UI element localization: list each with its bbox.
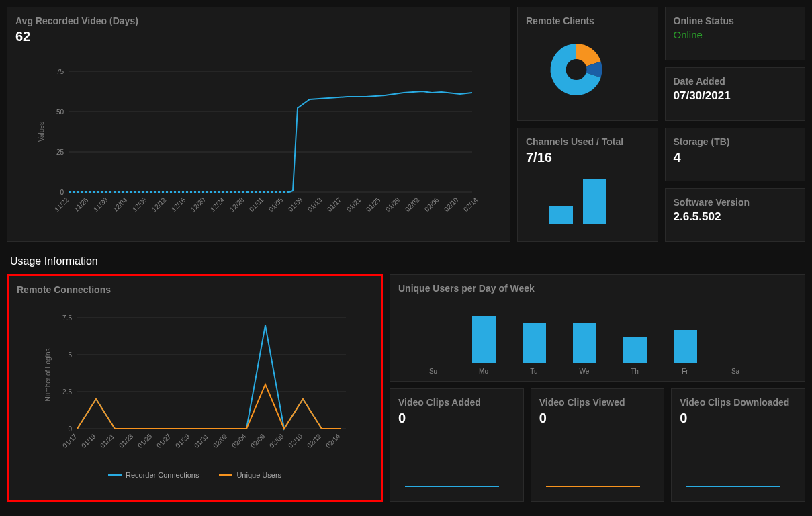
usage-section-title: Usage Information — [10, 255, 805, 267]
svg-text:02/04: 02/04 — [230, 432, 248, 449]
svg-text:02/02: 02/02 — [404, 196, 421, 213]
svg-text:01/25: 01/25 — [365, 196, 382, 213]
svg-text:Sa: Sa — [731, 368, 740, 375]
svg-text:02/08: 02/08 — [268, 432, 285, 449]
clips-viewed-spark — [539, 426, 647, 493]
svg-text:Th: Th — [631, 368, 639, 375]
svg-text:11/30: 11/30 — [92, 196, 109, 213]
svg-text:12/20: 12/20 — [189, 196, 207, 213]
avg-recorded-chart: 0 25 50 75 Values 11/22 11/26 11/30 12/0… — [15, 44, 499, 226]
svg-text:12/16: 12/16 — [170, 196, 187, 213]
svg-rect-62 — [674, 330, 697, 363]
svg-text:01/29: 01/29 — [384, 196, 402, 213]
svg-text:02/14: 02/14 — [462, 196, 480, 213]
card-title: Remote Connections — [17, 284, 373, 295]
card-value: 0 — [539, 411, 656, 426]
svg-text:7.5: 7.5 — [62, 314, 72, 322]
svg-rect-33 — [583, 179, 606, 224]
unique-users-dow-card: Unique Users per Day of Week Su Mo Tu We… — [390, 274, 805, 382]
card-title: Video Clips Added — [398, 397, 515, 408]
svg-text:01/21: 01/21 — [99, 432, 116, 449]
remote-connections-chart: 0 2.5 5 7.5 Number of Logins 01/17 01/19… — [17, 298, 373, 466]
svg-text:01/29: 01/29 — [174, 432, 191, 449]
card-value: 62 — [15, 29, 502, 44]
card-value: 0 — [398, 411, 515, 426]
svg-text:01/13: 01/13 — [306, 196, 324, 213]
svg-text:12/28: 12/28 — [228, 196, 246, 213]
svg-text:02/12: 02/12 — [306, 432, 323, 449]
svg-text:02/14: 02/14 — [324, 432, 342, 449]
clips-viewed-card: Video Clips Viewed 0 — [531, 388, 665, 502]
svg-text:01/25: 01/25 — [136, 432, 154, 449]
svg-text:75: 75 — [56, 68, 64, 75]
card-title: Unique Users per Day of Week — [398, 283, 797, 294]
card-value: 4 — [674, 150, 797, 165]
card-value: 07/30/2021 — [674, 89, 797, 103]
svg-text:01/01: 01/01 — [248, 196, 265, 213]
svg-text:01/17: 01/17 — [61, 432, 79, 449]
svg-rect-59 — [523, 323, 546, 363]
card-title: Channels Used / Total — [526, 136, 649, 147]
svg-rect-32 — [549, 206, 573, 224]
card-value: 7/16 — [526, 150, 649, 165]
svg-text:Number of Logins: Number of Logins — [44, 349, 52, 402]
status-value: Online — [674, 29, 797, 40]
card-title: Date Added — [674, 76, 797, 87]
channels-card: Channels Used / Total 7/16 — [517, 128, 658, 242]
card-title: Video Clips Downloaded — [680, 397, 797, 408]
card-value: 2.6.5.502 — [674, 210, 797, 224]
svg-text:0: 0 — [60, 189, 64, 196]
svg-text:Fr: Fr — [682, 368, 688, 375]
storage-card: Storage (TB) 4 — [665, 128, 806, 181]
svg-text:01/27: 01/27 — [155, 432, 173, 449]
svg-text:01/05: 01/05 — [267, 196, 285, 213]
svg-text:Values: Values — [38, 122, 45, 142]
svg-text:01/23: 01/23 — [118, 432, 135, 449]
legend-unique-users: Unique Users — [219, 471, 281, 479]
svg-text:11/26: 11/26 — [73, 196, 90, 213]
online-status-card: Online Status Online — [665, 7, 806, 60]
svg-text:Su: Su — [429, 368, 437, 375]
svg-text:5: 5 — [68, 351, 72, 359]
svg-point-31 — [566, 59, 587, 80]
svg-text:50: 50 — [56, 108, 64, 116]
legend-swatch-blue — [108, 474, 122, 476]
svg-text:25: 25 — [56, 148, 64, 156]
avg-recorded-video-card: Avg Recorded Video (Days) 62 0 25 50 75 … — [7, 7, 510, 242]
card-title: Software Version — [674, 197, 797, 208]
svg-text:12/12: 12/12 — [150, 196, 168, 213]
svg-text:12/08: 12/08 — [131, 196, 148, 213]
card-value: 0 — [680, 411, 797, 426]
remote-clients-pie — [526, 29, 627, 103]
card-title: Avg Recorded Video (Days) — [15, 15, 502, 26]
svg-text:01/17: 01/17 — [326, 196, 343, 213]
unique-users-dow-chart: Su Mo Tu We Th Fr Sa — [398, 296, 768, 377]
svg-text:12/24: 12/24 — [209, 196, 226, 213]
clips-downloaded-card: Video Clips Downloaded 0 — [671, 388, 805, 502]
svg-text:0: 0 — [68, 425, 72, 433]
legend-recorder-connections: Recorder Connections — [108, 471, 199, 479]
software-version-card: Software Version 2.6.5.502 — [665, 188, 806, 242]
svg-text:12/04: 12/04 — [111, 196, 129, 213]
clips-added-card: Video Clips Added 0 — [390, 388, 524, 502]
svg-text:02/02: 02/02 — [212, 432, 229, 449]
remote-connections-card: Remote Connections 0 2.5 5 7.5 Number of… — [7, 274, 383, 502]
card-title: Video Clips Viewed — [539, 397, 656, 408]
svg-text:01/19: 01/19 — [80, 432, 97, 449]
svg-text:01/31: 01/31 — [193, 432, 210, 449]
svg-rect-58 — [472, 316, 496, 363]
card-title: Storage (TB) — [674, 136, 797, 147]
card-title: Remote Clients — [526, 15, 649, 26]
svg-text:02/06: 02/06 — [249, 432, 267, 449]
svg-text:Tu: Tu — [530, 368, 537, 375]
svg-text:Mo: Mo — [479, 368, 488, 375]
legend-swatch-orange — [219, 474, 232, 476]
channels-bar-chart — [526, 165, 627, 226]
remote-clients-card: Remote Clients — [517, 7, 658, 121]
svg-rect-60 — [573, 323, 596, 363]
card-title: Online Status — [674, 15, 797, 26]
chart-legend: Recorder Connections Unique Users — [17, 471, 373, 479]
svg-text:11/22: 11/22 — [53, 196, 71, 213]
svg-text:01/21: 01/21 — [345, 196, 363, 213]
clips-downloaded-spark — [680, 426, 787, 493]
